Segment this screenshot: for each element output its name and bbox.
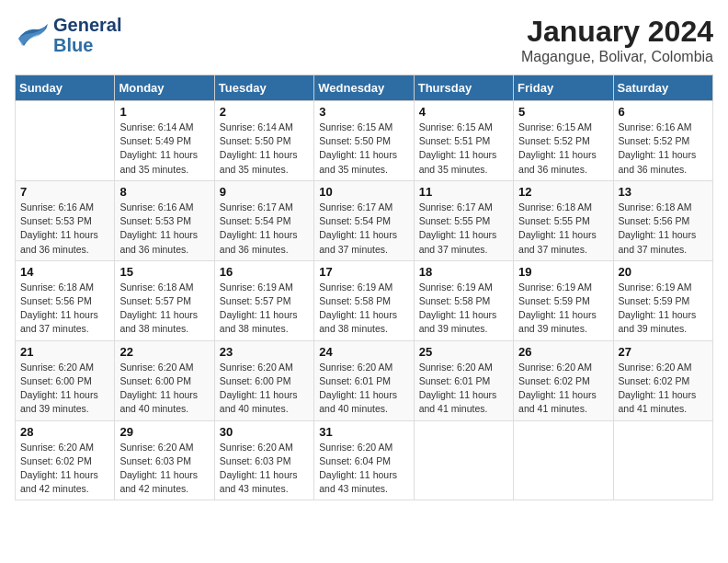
day-number: 15 [119,265,209,279]
day-number: 26 [518,345,608,359]
day-number: 27 [619,345,708,359]
day-info: Sunrise: 6:19 AMSunset: 5:58 PMDaylight:… [419,281,508,337]
day-number: 14 [20,265,109,279]
day-info: Sunrise: 6:19 AMSunset: 5:57 PMDaylight:… [220,281,309,337]
week-row-1: 1Sunrise: 6:14 AMSunset: 5:49 PMDaylight… [16,101,713,181]
week-row-3: 14Sunrise: 6:18 AMSunset: 5:56 PMDayligh… [16,260,713,340]
day-cell [613,420,712,500]
day-cell: 27Sunrise: 6:20 AMSunset: 6:02 PMDayligh… [613,340,712,420]
day-info: Sunrise: 6:20 AMSunset: 6:01 PMDaylight:… [419,361,508,417]
day-info: Sunrise: 6:16 AMSunset: 5:53 PMDaylight:… [20,201,109,257]
day-number: 22 [119,345,209,359]
day-cell: 17Sunrise: 6:19 AMSunset: 5:58 PMDayligh… [314,260,414,340]
day-info: Sunrise: 6:18 AMSunset: 5:56 PMDaylight:… [20,281,109,337]
day-info: Sunrise: 6:20 AMSunset: 6:03 PMDaylight:… [119,441,209,497]
day-number: 5 [518,105,608,119]
day-cell: 1Sunrise: 6:14 AMSunset: 5:49 PMDaylight… [115,101,214,181]
day-number: 20 [619,265,708,279]
day-cell: 5Sunrise: 6:15 AMSunset: 5:52 PMDaylight… [514,101,613,181]
day-number: 17 [319,265,408,279]
day-number: 9 [220,185,309,199]
calendar-subtitle: Magangue, Bolivar, Colombia [521,49,713,65]
day-cell [414,420,513,500]
logo: General Blue [15,15,121,55]
header-cell-wednesday: Wednesday [314,75,414,101]
day-cell: 13Sunrise: 6:18 AMSunset: 5:56 PMDayligh… [613,180,712,260]
header: General Blue January 2024 Magangue, Boli… [15,15,713,65]
day-number: 3 [319,105,408,119]
day-number: 25 [419,345,508,359]
day-cell: 19Sunrise: 6:19 AMSunset: 5:59 PMDayligh… [514,260,613,340]
day-cell: 4Sunrise: 6:15 AMSunset: 5:51 PMDaylight… [414,101,513,181]
day-info: Sunrise: 6:20 AMSunset: 6:04 PMDaylight:… [319,441,408,497]
day-info: Sunrise: 6:15 AMSunset: 5:52 PMDaylight:… [518,121,608,177]
day-info: Sunrise: 6:19 AMSunset: 5:58 PMDaylight:… [319,281,408,337]
day-cell [514,420,613,500]
day-number: 21 [20,345,109,359]
day-info: Sunrise: 6:17 AMSunset: 5:54 PMDaylight:… [220,201,309,257]
day-cell: 6Sunrise: 6:16 AMSunset: 5:52 PMDaylight… [613,101,712,181]
day-number: 23 [220,345,309,359]
day-number: 30 [220,425,309,439]
day-cell: 8Sunrise: 6:16 AMSunset: 5:53 PMDaylight… [115,180,214,260]
logo-general: General [53,15,121,35]
day-number: 1 [119,105,209,119]
day-info: Sunrise: 6:16 AMSunset: 5:53 PMDaylight:… [119,201,209,257]
day-info: Sunrise: 6:18 AMSunset: 5:56 PMDaylight:… [619,201,708,257]
day-info: Sunrise: 6:19 AMSunset: 5:59 PMDaylight:… [619,281,708,337]
day-cell: 15Sunrise: 6:18 AMSunset: 5:57 PMDayligh… [115,260,214,340]
day-number: 13 [619,185,708,199]
day-cell: 22Sunrise: 6:20 AMSunset: 6:00 PMDayligh… [115,340,214,420]
day-info: Sunrise: 6:18 AMSunset: 5:55 PMDaylight:… [518,201,608,257]
day-cell: 21Sunrise: 6:20 AMSunset: 6:00 PMDayligh… [16,340,115,420]
day-number: 6 [619,105,708,119]
header-cell-thursday: Thursday [414,75,513,101]
day-number: 12 [518,185,608,199]
day-info: Sunrise: 6:20 AMSunset: 6:03 PMDaylight:… [220,441,309,497]
header-cell-friday: Friday [514,75,613,101]
day-info: Sunrise: 6:17 AMSunset: 5:55 PMDaylight:… [419,201,508,257]
day-cell: 30Sunrise: 6:20 AMSunset: 6:03 PMDayligh… [214,420,313,500]
logo-icon [15,20,50,50]
day-number: 11 [419,185,508,199]
week-row-4: 21Sunrise: 6:20 AMSunset: 6:00 PMDayligh… [16,340,713,420]
day-info: Sunrise: 6:20 AMSunset: 6:02 PMDaylight:… [619,361,708,417]
day-info: Sunrise: 6:20 AMSunset: 6:00 PMDaylight:… [220,361,309,417]
day-cell [16,101,115,181]
day-info: Sunrise: 6:19 AMSunset: 5:59 PMDaylight:… [518,281,608,337]
day-cell: 24Sunrise: 6:20 AMSunset: 6:01 PMDayligh… [314,340,414,420]
header-cell-sunday: Sunday [16,75,115,101]
day-cell: 31Sunrise: 6:20 AMSunset: 6:04 PMDayligh… [314,420,414,500]
day-cell: 26Sunrise: 6:20 AMSunset: 6:02 PMDayligh… [514,340,613,420]
day-number: 18 [419,265,508,279]
day-info: Sunrise: 6:18 AMSunset: 5:57 PMDaylight:… [119,281,209,337]
day-cell: 14Sunrise: 6:18 AMSunset: 5:56 PMDayligh… [16,260,115,340]
day-cell: 20Sunrise: 6:19 AMSunset: 5:59 PMDayligh… [613,260,712,340]
day-number: 10 [319,185,408,199]
day-info: Sunrise: 6:20 AMSunset: 6:00 PMDaylight:… [20,361,109,417]
calendar-table: SundayMondayTuesdayWednesdayThursdayFrid… [15,75,713,500]
calendar-body: 1Sunrise: 6:14 AMSunset: 5:49 PMDaylight… [16,101,713,500]
day-number: 16 [220,265,309,279]
day-info: Sunrise: 6:15 AMSunset: 5:51 PMDaylight:… [419,121,508,177]
day-info: Sunrise: 6:20 AMSunset: 6:00 PMDaylight:… [119,361,209,417]
header-cell-monday: Monday [115,75,214,101]
calendar-title: January 2024 [521,15,713,49]
day-cell: 11Sunrise: 6:17 AMSunset: 5:55 PMDayligh… [414,180,513,260]
day-info: Sunrise: 6:20 AMSunset: 6:02 PMDaylight:… [518,361,608,417]
day-cell: 18Sunrise: 6:19 AMSunset: 5:58 PMDayligh… [414,260,513,340]
day-info: Sunrise: 6:20 AMSunset: 6:02 PMDaylight:… [20,441,109,497]
day-number: 19 [518,265,608,279]
day-cell: 25Sunrise: 6:20 AMSunset: 6:01 PMDayligh… [414,340,513,420]
day-number: 24 [319,345,408,359]
day-info: Sunrise: 6:16 AMSunset: 5:52 PMDaylight:… [619,121,708,177]
day-number: 29 [119,425,209,439]
calendar-header-row: SundayMondayTuesdayWednesdayThursdayFrid… [16,75,713,101]
header-cell-tuesday: Tuesday [214,75,313,101]
day-info: Sunrise: 6:20 AMSunset: 6:01 PMDaylight:… [319,361,408,417]
day-cell: 23Sunrise: 6:20 AMSunset: 6:00 PMDayligh… [214,340,313,420]
day-cell: 3Sunrise: 6:15 AMSunset: 5:50 PMDaylight… [314,101,414,181]
day-number: 4 [419,105,508,119]
day-number: 8 [119,185,209,199]
day-number: 31 [319,425,408,439]
